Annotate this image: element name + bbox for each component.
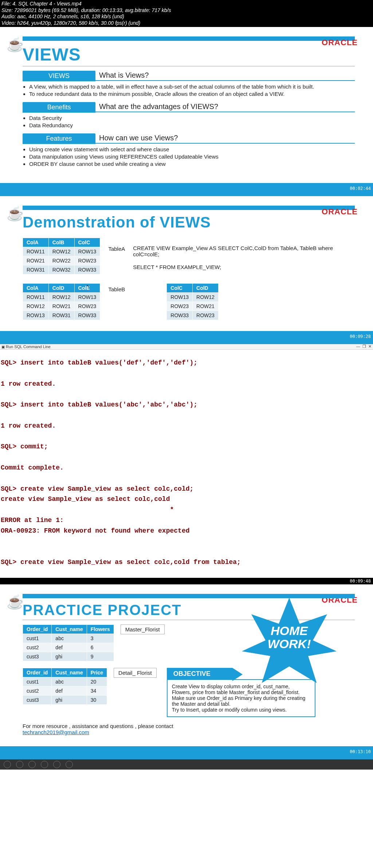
bullet-item: Using create view statement with select … [29, 146, 355, 152]
objective-badge: OBJECTIVE [167, 668, 232, 680]
window-controls[interactable]: — ❐ ✕ [356, 344, 372, 349]
bullet-item: Data Redundancy [29, 122, 355, 128]
tool-button[interactable] [28, 761, 36, 768]
section-tab-features: Features [23, 133, 95, 144]
table-master-florist: Order_idCust_nameFlowers cust1abc3 cust2… [23, 624, 114, 661]
tool-button[interactable] [66, 761, 73, 768]
section-question: What is Views? [95, 71, 355, 81]
slide-practice-project: ☕ ORACLE PRACTICE PROJECT HOME WORK! Ord… [0, 584, 373, 746]
slide-demo-views: ☕ ORACLE Demonstration of VIEWS ColAColB… [0, 196, 373, 331]
table-detail-florist: Order_idCust_namePrice cust1abc20 cust2d… [23, 668, 107, 705]
file-line: File: 4. SQL Chapter 4 - Views.mp4 [1, 1, 372, 7]
slide-footer-bar: 00:09:28 [0, 331, 373, 344]
java-icon: ☕ [7, 206, 24, 222]
bullet-item: A View, which is mapped to a table, will… [29, 83, 355, 90]
slide1-title: VIEWS [23, 44, 355, 65]
timecode: 00:09:48 [0, 578, 373, 584]
terminal-titlebar: ▣ Run SQL Command Line — ❐ ✕ [0, 344, 373, 350]
bullet-list: Using create view statement with select … [29, 146, 355, 167]
bullet-item: ORDER BY clause cannot be used while cre… [29, 161, 355, 167]
tool-button[interactable] [53, 761, 60, 768]
section-tab-benefits: Benefits [23, 102, 95, 113]
video-line: Video: h264, yuv420p, 1280x720, 580 kb/s… [1, 20, 372, 27]
slide-footer-bar: 00:13:10 [0, 746, 373, 759]
slide2-title: Demonstration of VIEWS [23, 214, 355, 231]
star-text-line1: HOME [242, 624, 337, 638]
bullet-list: Data Security Data Redundancy [29, 115, 355, 128]
table-b-label: TableB [108, 283, 125, 320]
table-a-label: TableA [108, 238, 125, 275]
header-bar [23, 206, 355, 210]
footer-note: For more resource , assistance and quest… [23, 723, 355, 735]
timecode: 00:02:44 [350, 186, 371, 191]
bullet-list: A View, which is mapped to a table, will… [29, 83, 355, 97]
file-info-header: File: 4. SQL Chapter 4 - Views.mp4 Size:… [0, 0, 373, 27]
terminal-output: SQL> insert into tableB values('def','de… [0, 356, 373, 571]
slide-views: ☕ ORACLE VIEWS VIEWS What is Views? A Vi… [0, 27, 373, 183]
table-b: ColAColDColE ROW11ROW12ROW13 ROW12ROW21R… [23, 283, 100, 320]
section-tab-views: VIEWS [23, 71, 95, 81]
size-line: Size: 72896021 bytes (69.52 MiB), durati… [1, 7, 372, 14]
tool-button[interactable] [4, 761, 11, 768]
timecode: 00:13:10 [350, 749, 371, 754]
timecode: 00:09:28 [350, 334, 371, 339]
starburst-badge: HOME WORK! [242, 595, 337, 690]
contact-email-link[interactable]: techranch2019@gmail.com [23, 729, 89, 735]
table-result: ColCColD ROW13ROW12 ROW23ROW21 ROW33ROW2… [166, 283, 219, 320]
terminal-screenshot: ▣ Run SQL Command Line — ❐ ✕ SQL> insert… [0, 344, 373, 584]
bullet-item: To reduce redundant data to the minimum … [29, 91, 355, 97]
star-text-line2: WORK! [242, 638, 337, 651]
oracle-logo: ORACLE [322, 38, 358, 47]
section-question: What are the advantages of VIEWS? [95, 102, 355, 112]
bullet-item: Data manipulation using Views using REFE… [29, 153, 355, 160]
detail-label: Detail_ Florist [114, 668, 157, 678]
table-a: ColAColBColC ROW11ROW12ROW13 ROW21ROW22R… [23, 238, 100, 275]
java-icon: ☕ [7, 36, 24, 52]
section-question: How can we use Views? [95, 134, 355, 144]
sql-select: SELECT * FROM EXAMPLE_VIEW; [133, 264, 355, 270]
tool-button[interactable] [16, 761, 23, 768]
viewer-toolbar [0, 759, 373, 770]
slide-footer-bar: 00:02:44 [0, 183, 373, 196]
divider [23, 66, 355, 66]
sql-create-view: CREATE VIEW Example_View AS SELECT ColC,… [133, 245, 355, 257]
terminal-title: Run SQL Command Line [6, 345, 51, 349]
oracle-logo: ORACLE [322, 207, 358, 217]
tool-button[interactable] [41, 761, 48, 768]
master-label: Master_Florist [121, 624, 165, 634]
cursor-icon: ↖ [86, 284, 90, 289]
header-bar [23, 36, 355, 41]
bullet-item: Data Security [29, 115, 355, 121]
audio-line: Audio: aac, 44100 Hz, 2 channels, s16, 1… [1, 13, 372, 20]
footer-text: For more resource , assistance and quest… [23, 723, 173, 729]
